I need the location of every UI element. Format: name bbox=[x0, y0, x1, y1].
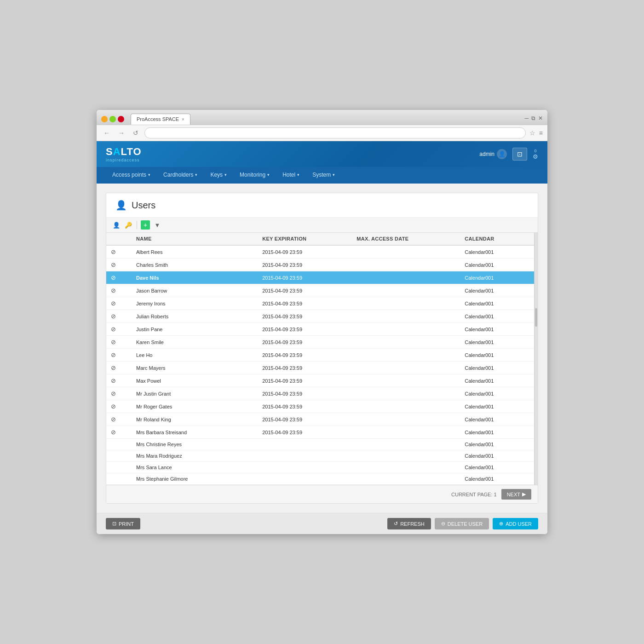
row-name[interactable]: Albert Rees bbox=[132, 245, 239, 259]
refresh-button[interactable]: ↺ REFRESH bbox=[387, 518, 431, 529]
row-name[interactable]: Mr Justin Grant bbox=[132, 387, 239, 400]
reload-button[interactable]: ↺ bbox=[131, 128, 141, 138]
window-restore-icon[interactable]: ⧉ bbox=[531, 115, 535, 121]
row-calendar: Calendar001 bbox=[460, 462, 529, 473]
delete-user-button[interactable]: ⊖ DELETE USER bbox=[435, 518, 489, 529]
row-name[interactable]: Max Powel bbox=[132, 374, 239, 387]
table-row[interactable]: ⊘Mr Roland King2015-04-09 23:59Calendar0… bbox=[106, 413, 538, 426]
table-row[interactable]: ⊘Lee Ho2015-04-09 23:59Calendar001 bbox=[106, 349, 538, 362]
row-max-access bbox=[352, 297, 460, 310]
table-row[interactable]: ⊘Mrs Barbara Streisand2015-04-09 23:59Ca… bbox=[106, 426, 538, 439]
row-name[interactable]: Mrs Barbara Streisand bbox=[132, 426, 239, 439]
row-add-cell bbox=[239, 462, 248, 473]
bookmark-icon[interactable]: ☆ bbox=[529, 129, 535, 137]
row-icon-cell: ⊘ bbox=[106, 349, 121, 362]
row-name[interactable]: Mrs Mara Rodriguez bbox=[132, 450, 239, 462]
table-filter-button[interactable]: ▼ bbox=[153, 220, 162, 230]
browser-tab-active[interactable]: ProAccess SPACE × bbox=[131, 114, 190, 125]
row-name[interactable]: Lee Ho bbox=[132, 349, 239, 362]
edit-icon: ⊘ bbox=[111, 248, 116, 255]
header-right: admin 👤 ⊡ 0 ⚙ bbox=[479, 148, 538, 161]
col-name[interactable]: NAME bbox=[132, 233, 239, 245]
row-add-cell bbox=[239, 245, 248, 259]
row-name[interactable]: Jason Barrow bbox=[132, 284, 239, 297]
row-max-access bbox=[352, 284, 460, 297]
col-filter bbox=[248, 233, 258, 245]
forward-button[interactable]: → bbox=[116, 128, 127, 138]
table-row[interactable]: ⊘Max Powel2015-04-09 23:59Calendar001 bbox=[106, 374, 538, 387]
row-name[interactable]: Mr Roger Gates bbox=[132, 400, 239, 413]
col-key-expiration[interactable]: KEY EXPIRATION bbox=[258, 233, 352, 245]
table-row[interactable]: ⊘Jason Barrow2015-04-09 23:59Calendar001 bbox=[106, 284, 538, 297]
nav-cardholders[interactable]: Cardholders ▾ bbox=[157, 167, 204, 184]
edit-icon: ⊘ bbox=[111, 390, 116, 397]
row-name[interactable]: Charles Smith bbox=[132, 259, 239, 271]
col-icon1 bbox=[106, 233, 121, 245]
next-button[interactable]: NEXT ▶ bbox=[501, 489, 531, 500]
back-button[interactable]: ← bbox=[101, 128, 112, 138]
logo-subtitle: inspiredaccess bbox=[106, 158, 142, 162]
table-row[interactable]: Mrs Christine ReyesCalendar001 bbox=[106, 439, 538, 450]
nav-system[interactable]: System ▾ bbox=[306, 167, 341, 184]
table-row[interactable]: ⊘Justin Pane2015-04-09 23:59Calendar001 bbox=[106, 323, 538, 336]
scrollbar[interactable] bbox=[534, 233, 538, 485]
col-max-access[interactable]: MAX. ACCESS DATE bbox=[352, 233, 460, 245]
col-calendar[interactable]: CALENDAR bbox=[460, 233, 529, 245]
minimize-button[interactable] bbox=[101, 116, 108, 122]
logo-text: SALTO bbox=[106, 146, 142, 158]
table-row[interactable]: ⊘Dave Nils2015-04-09 23:59Calendar001 bbox=[106, 271, 538, 284]
table-add-button[interactable]: + bbox=[141, 220, 150, 230]
scrollbar-thumb[interactable] bbox=[535, 308, 537, 327]
key-icon[interactable]: 🔑 bbox=[124, 220, 133, 230]
table-row[interactable]: ⊘Albert Rees2015-04-09 23:59Calendar001 bbox=[106, 245, 538, 259]
window-minimize-icon[interactable]: ─ bbox=[524, 115, 529, 121]
monitor-button[interactable]: ⊡ bbox=[512, 148, 527, 161]
user-select-icon[interactable]: 👤 bbox=[112, 220, 121, 230]
nav-access-points[interactable]: Access points ▾ bbox=[106, 167, 157, 184]
row-add-cell bbox=[239, 473, 248, 485]
nav-keys[interactable]: Keys ▾ bbox=[204, 167, 233, 184]
row-name[interactable]: Dave Nils bbox=[132, 271, 239, 284]
close-button[interactable] bbox=[118, 116, 124, 122]
nav-hotel[interactable]: Hotel ▾ bbox=[276, 167, 306, 184]
row-name[interactable]: Mr Roland King bbox=[132, 413, 239, 426]
table-row[interactable]: Mrs Stephanie GilmoreCalendar001 bbox=[106, 473, 538, 485]
table-wrapper: NAME KEY EXPIRATION MAX. ACCESS DATE CAL… bbox=[106, 233, 538, 485]
row-name[interactable]: Julian Roberts bbox=[132, 310, 239, 323]
tab-close-icon[interactable]: × bbox=[182, 117, 184, 122]
refresh-label: REFRESH bbox=[400, 521, 425, 527]
table-row[interactable]: ⊘Mr Justin Grant2015-04-09 23:59Calendar… bbox=[106, 387, 538, 400]
print-button[interactable]: ⊡ PRINT bbox=[106, 518, 140, 529]
row-name[interactable]: Marc Mayers bbox=[132, 362, 239, 374]
table-row[interactable]: Mrs Sara LanceCalendar001 bbox=[106, 462, 538, 473]
nav-cardholders-label: Cardholders bbox=[163, 172, 193, 178]
row-max-access bbox=[352, 413, 460, 426]
address-bar[interactable] bbox=[144, 127, 526, 138]
settings-icon[interactable]: ⚙ bbox=[533, 153, 538, 160]
nav-monitoring[interactable]: Monitoring ▾ bbox=[233, 167, 276, 184]
add-user-button[interactable]: ⊕ ADD USER bbox=[493, 518, 538, 529]
row-add-cell bbox=[239, 374, 248, 387]
row-name[interactable]: Karen Smile bbox=[132, 336, 239, 349]
table-row[interactable]: ⊘Julian Roberts2015-04-09 23:59Calendar0… bbox=[106, 310, 538, 323]
edit-icon: ⊘ bbox=[111, 416, 116, 423]
table-row[interactable]: ⊘Charles Smith2015-04-09 23:59Calendar00… bbox=[106, 259, 538, 271]
table-row[interactable]: Mrs Mara RodriguezCalendar001 bbox=[106, 450, 538, 462]
window-close-icon[interactable]: ✕ bbox=[538, 115, 543, 121]
table-row[interactable]: ⊘Karen Smile2015-04-09 23:59Calendar001 bbox=[106, 336, 538, 349]
menu-icon[interactable]: ≡ bbox=[539, 129, 543, 137]
row-name[interactable]: Mrs Sara Lance bbox=[132, 462, 239, 473]
row-calendar: Calendar001 bbox=[460, 284, 529, 297]
row-icon2-cell bbox=[121, 426, 132, 439]
table-row[interactable]: ⊘Mr Roger Gates2015-04-09 23:59Calendar0… bbox=[106, 400, 538, 413]
row-name[interactable]: Justin Pane bbox=[132, 323, 239, 336]
table-row[interactable]: ⊘Marc Mayers2015-04-09 23:59Calendar001 bbox=[106, 362, 538, 374]
user-avatar-icon[interactable]: 👤 bbox=[497, 149, 507, 159]
table-row[interactable]: ⊘Jeremy Irons2015-04-09 23:59Calendar001 bbox=[106, 297, 538, 310]
row-name[interactable]: Jeremy Irons bbox=[132, 297, 239, 310]
row-icon-cell: ⊘ bbox=[106, 426, 121, 439]
nav-monitoring-label: Monitoring bbox=[240, 172, 265, 178]
row-name[interactable]: Mrs Christine Reyes bbox=[132, 439, 239, 450]
restore-button[interactable] bbox=[109, 116, 116, 122]
row-name[interactable]: Mrs Stephanie Gilmore bbox=[132, 473, 239, 485]
